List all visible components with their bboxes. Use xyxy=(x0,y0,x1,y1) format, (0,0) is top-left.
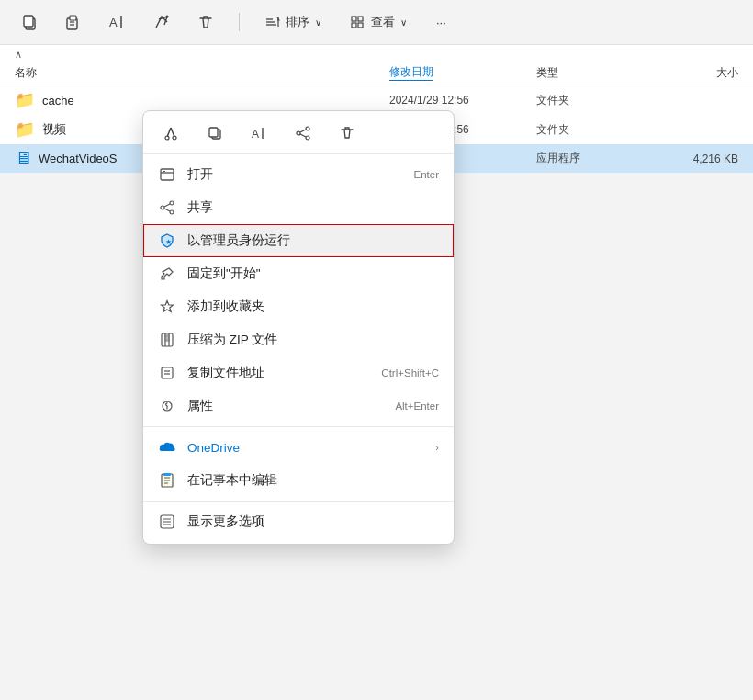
col-name-header[interactable]: 名称 xyxy=(15,65,389,81)
ctx-share-label: 共享 xyxy=(187,199,439,216)
ctx-open-label: 打开 xyxy=(187,166,403,183)
ctx-copypath-shortcut: Ctrl+Shift+C xyxy=(381,367,439,378)
svg-rect-22 xyxy=(209,128,218,137)
ctx-onedrive-icon xyxy=(158,438,176,457)
ctx-properties-icon xyxy=(158,397,176,415)
svg-rect-15 xyxy=(352,23,356,28)
col-type-header: 类型 xyxy=(536,65,646,81)
delete-icon[interactable] xyxy=(191,7,220,37)
rename-icon[interactable]: A xyxy=(103,7,132,37)
svg-rect-44 xyxy=(165,339,169,341)
ctx-admin-icon: ★ xyxy=(158,231,176,250)
svg-point-33 xyxy=(170,201,174,205)
ctx-item-pinstart[interactable]: 固定到"开始" xyxy=(143,257,454,290)
ctx-item-favorites[interactable]: 添加到收藏夹 xyxy=(143,290,454,323)
ctx-star-icon xyxy=(158,298,176,316)
svg-text:A: A xyxy=(252,128,259,141)
svg-rect-32 xyxy=(163,171,165,172)
ctx-notepad-icon xyxy=(158,471,176,490)
ctx-properties-label: 属性 xyxy=(187,398,384,414)
svg-line-29 xyxy=(300,134,306,137)
sort-button[interactable]: 排序 ∨ xyxy=(258,10,329,34)
sort-label: 排序 xyxy=(286,14,309,30)
svg-point-26 xyxy=(306,136,309,140)
ctx-copy-icon[interactable] xyxy=(202,120,228,146)
file-size-wechat: 4,216 KB xyxy=(646,152,738,165)
svg-rect-45 xyxy=(162,367,173,378)
svg-rect-16 xyxy=(358,23,363,28)
more-button[interactable]: ··· xyxy=(429,12,454,33)
ctx-share2-icon xyxy=(158,198,176,217)
more-label: ··· xyxy=(436,16,446,29)
ctx-item-share[interactable]: 共享 xyxy=(143,191,454,224)
svg-line-37 xyxy=(164,209,170,211)
view-button[interactable]: 查看 ∨ xyxy=(343,10,414,34)
ctx-open-shortcut: Enter xyxy=(414,169,440,180)
ctx-rename-icon[interactable]: A xyxy=(246,120,272,146)
ctx-copypath-icon xyxy=(158,364,176,382)
svg-point-27 xyxy=(297,131,300,135)
col-size-header: 大小 xyxy=(646,65,738,81)
context-menu: A 打开 Ent xyxy=(142,110,455,545)
ctx-item-onedrive[interactable]: OneDrive › xyxy=(143,431,454,464)
toolbar-separator xyxy=(239,13,240,31)
svg-point-34 xyxy=(170,210,174,214)
ctx-properties-shortcut: Alt+Enter xyxy=(395,401,439,412)
context-mini-toolbar: A xyxy=(143,117,454,154)
view-arrow: ∨ xyxy=(400,17,407,28)
svg-text:★: ★ xyxy=(165,238,172,246)
ctx-moreoptions-icon xyxy=(158,513,176,531)
ctx-item-zip[interactable]: 压缩为 ZIP 文件 xyxy=(143,323,454,356)
column-headers: 名称 修改日期 类型 大小 xyxy=(0,61,753,85)
svg-rect-43 xyxy=(165,335,169,337)
svg-point-35 xyxy=(161,206,164,209)
svg-line-28 xyxy=(300,130,306,132)
sort-arrow: ∨ xyxy=(315,17,321,28)
ctx-pinstart-label: 固定到"开始" xyxy=(187,265,439,282)
file-type-cache: 文件夹 xyxy=(536,93,646,108)
ctx-item-notepad[interactable]: 在记事本中编辑 xyxy=(143,464,454,497)
file-type-video: 文件夹 xyxy=(536,122,646,138)
svg-rect-1 xyxy=(24,16,33,27)
svg-point-8 xyxy=(166,16,169,18)
ctx-onedrive-arrow: › xyxy=(435,442,439,453)
ctx-separator-2 xyxy=(143,501,454,502)
share-icon[interactable] xyxy=(147,7,176,37)
file-name-cache: cache xyxy=(42,94,389,107)
ctx-copypath-label: 复制文件地址 xyxy=(187,365,370,381)
ctx-moreoptions-label: 显示更多选项 xyxy=(187,514,439,530)
copy-icon[interactable] xyxy=(15,7,44,37)
svg-rect-14 xyxy=(358,17,363,21)
ctx-item-properties[interactable]: 属性 Alt+Enter xyxy=(143,390,454,423)
svg-rect-13 xyxy=(352,17,356,21)
view-label: 查看 xyxy=(371,14,395,30)
svg-marker-39 xyxy=(162,301,174,312)
col-date-header[interactable]: 修改日期 xyxy=(389,64,536,81)
ctx-favorites-label: 添加到收藏夹 xyxy=(187,299,439,315)
paste-icon[interactable] xyxy=(59,7,88,37)
ctx-item-moreoptions[interactable]: 显示更多选项 xyxy=(143,505,454,538)
ctx-zip-icon xyxy=(158,331,176,349)
ctx-separator-1 xyxy=(143,426,454,427)
ctx-notepad-label: 在记事本中编辑 xyxy=(187,472,439,489)
ctx-open-icon xyxy=(158,165,176,184)
ctx-pin-icon xyxy=(158,265,176,283)
ctx-cut-icon[interactable] xyxy=(158,120,184,146)
toolbar: A 排序 ∨ 查看 ∨ xyxy=(0,0,753,45)
folder-icon: 📁 xyxy=(15,90,35,110)
ctx-item-copypath[interactable]: 复制文件地址 Ctrl+Shift+C xyxy=(143,356,454,390)
folder-icon-video: 📁 xyxy=(15,119,35,140)
ctx-zip-label: 压缩为 ZIP 文件 xyxy=(187,332,439,348)
ctx-share-icon[interactable] xyxy=(290,120,316,146)
svg-rect-54 xyxy=(163,473,171,476)
app-icon-wechat: 🖥 xyxy=(15,149,31,168)
ctx-admin-label: 以管理员身份运行 xyxy=(187,232,439,249)
svg-rect-30 xyxy=(161,169,174,180)
svg-point-49 xyxy=(166,401,168,403)
ctx-item-runadmin[interactable]: ★ 以管理员身份运行 xyxy=(143,224,454,257)
file-date-cache: 2024/1/29 12:56 xyxy=(389,94,536,107)
ctx-item-open[interactable]: 打开 Enter xyxy=(143,158,454,191)
ctx-delete-icon[interactable] xyxy=(334,120,360,146)
svg-text:A: A xyxy=(109,16,118,29)
ctx-onedrive-label: OneDrive xyxy=(187,441,424,455)
